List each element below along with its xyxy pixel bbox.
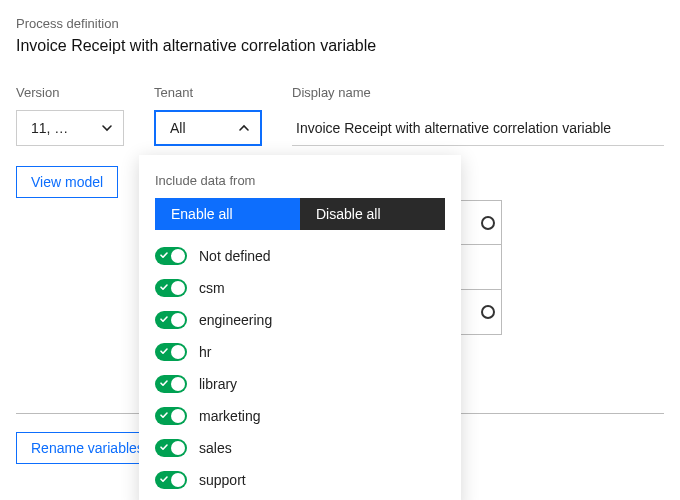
toggle-switch[interactable] bbox=[155, 343, 187, 361]
tenant-toggle-item: marketing bbox=[155, 404, 445, 428]
tenant-toggle-item: Not defined bbox=[155, 244, 445, 268]
toggle-switch[interactable] bbox=[155, 311, 187, 329]
version-select[interactable]: 11, … bbox=[16, 110, 124, 146]
enable-all-button[interactable]: Enable all bbox=[155, 198, 300, 230]
toggle-switch[interactable] bbox=[155, 407, 187, 425]
toggle-label: support bbox=[199, 472, 246, 488]
toggle-switch[interactable] bbox=[155, 375, 187, 393]
tenant-filter-popover: Include data from Enable all Disable all… bbox=[139, 155, 461, 500]
version-label: Version bbox=[16, 85, 124, 100]
view-model-button[interactable]: View model bbox=[16, 166, 118, 198]
toggle-label: library bbox=[199, 376, 237, 392]
popover-heading: Include data from bbox=[155, 173, 445, 188]
display-name-label: Display name bbox=[292, 85, 664, 100]
end-event-icon bbox=[481, 216, 495, 230]
toggle-label: marketing bbox=[199, 408, 260, 424]
toggle-switch[interactable] bbox=[155, 439, 187, 457]
disable-all-button[interactable]: Disable all bbox=[300, 198, 445, 230]
chevron-up-icon bbox=[238, 122, 250, 134]
tenant-select[interactable]: All bbox=[154, 110, 262, 146]
toggle-label: sales bbox=[199, 440, 232, 456]
tenant-label: Tenant bbox=[154, 85, 262, 100]
display-name-input[interactable] bbox=[292, 110, 664, 146]
tenant-toggle-item: support bbox=[155, 468, 445, 492]
toggle-label: csm bbox=[199, 280, 225, 296]
page-title: Invoice Receipt with alternative correla… bbox=[16, 37, 664, 55]
tenant-toggle-item: sales bbox=[155, 436, 445, 460]
tenant-value: All bbox=[170, 120, 186, 136]
tenant-toggle-item: library bbox=[155, 372, 445, 396]
toggle-switch[interactable] bbox=[155, 471, 187, 489]
rename-variables-button[interactable]: Rename variables bbox=[16, 432, 151, 464]
tenant-toggle-item: hr bbox=[155, 340, 445, 364]
toggle-label: hr bbox=[199, 344, 211, 360]
toggle-label: Not defined bbox=[199, 248, 271, 264]
section-label: Process definition bbox=[16, 16, 664, 31]
tenant-toggle-item: csm bbox=[155, 276, 445, 300]
tenant-toggle-item: engineering bbox=[155, 308, 445, 332]
toggle-switch[interactable] bbox=[155, 279, 187, 297]
toggle-label: engineering bbox=[199, 312, 272, 328]
chevron-down-icon bbox=[101, 122, 113, 134]
toggle-switch[interactable] bbox=[155, 247, 187, 265]
end-event-icon bbox=[481, 305, 495, 319]
version-value: 11, … bbox=[31, 120, 68, 136]
